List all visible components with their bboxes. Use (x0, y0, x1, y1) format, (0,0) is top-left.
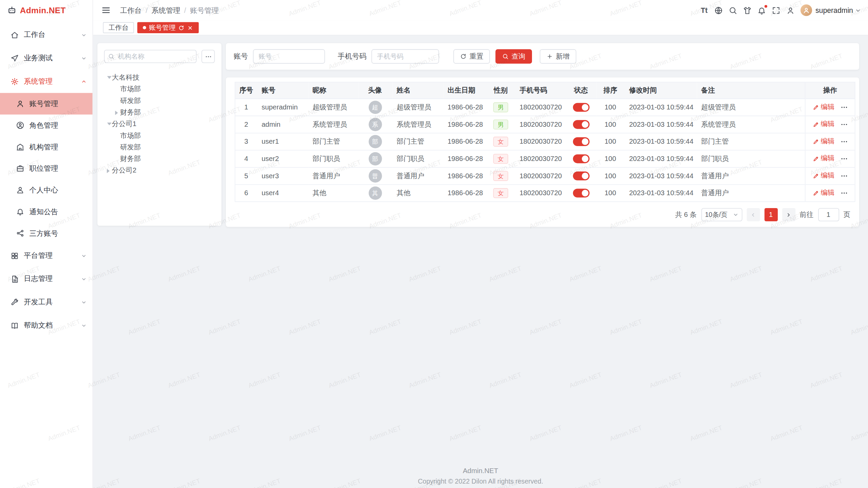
caret-icon[interactable] (104, 74, 112, 82)
sidebar-item-workbench[interactable]: 工作台 (0, 23, 93, 47)
cell-nickname: 其他 (308, 184, 358, 202)
sidebar-item-notice[interactable]: 通知公告 (0, 201, 93, 223)
language-icon[interactable] (711, 3, 726, 17)
user-icon[interactable] (783, 3, 797, 17)
user-menu[interactable]: superadmin (798, 4, 862, 16)
org-search-box (104, 50, 197, 63)
sidebar-item-log-management[interactable]: 日志管理 (0, 267, 93, 291)
avatar (801, 4, 812, 16)
more-actions-button[interactable] (840, 155, 848, 163)
add-button[interactable]: 新增 (540, 49, 576, 63)
caret-icon[interactable] (112, 109, 120, 117)
cell-order: 100 (596, 184, 625, 202)
account-input[interactable] (253, 49, 325, 63)
caret-icon[interactable] (112, 85, 120, 93)
status-toggle[interactable] (573, 189, 589, 198)
sidebar-item-platform-management[interactable]: 平台管理 (0, 244, 93, 267)
breadcrumb-item[interactable]: 系统管理 (152, 5, 180, 15)
font-size-icon[interactable]: Tt (697, 3, 711, 17)
sidebar-item-dev-tools[interactable]: 开发工具 (0, 290, 93, 314)
col-modified-time: 修改时间 (625, 82, 696, 99)
caret-icon[interactable] (112, 132, 120, 140)
cell-modified-time: 2023-01-03 10:59:44 (625, 167, 696, 185)
tree-node[interactable]: 市场部 (104, 130, 215, 142)
tree-node[interactable]: 财务部 (104, 107, 215, 118)
fullscreen-icon[interactable] (769, 3, 783, 17)
collapse-menu-button[interactable] (99, 3, 113, 17)
sidebar-item-third-party-account[interactable]: 三方账号 (0, 222, 93, 244)
more-actions-button[interactable] (840, 138, 848, 145)
caret-icon[interactable] (112, 144, 120, 151)
sidebar-item-personal-center[interactable]: 个人中心 (0, 179, 93, 201)
org-more-button[interactable] (201, 50, 215, 63)
more-actions-button[interactable] (840, 103, 848, 111)
status-toggle[interactable] (573, 120, 589, 129)
cell-index: 2 (235, 116, 257, 133)
search-icon (108, 53, 115, 60)
tree-node[interactable]: 市场部 (104, 84, 215, 95)
more-actions-button[interactable] (840, 189, 848, 197)
organization-icon (16, 143, 24, 151)
edit-button[interactable]: 编辑 (812, 120, 834, 129)
close-tab-icon[interactable] (187, 25, 193, 31)
sidebar-item-role-management[interactable]: 角色管理 (0, 115, 93, 136)
notification-icon[interactable] (754, 3, 769, 17)
cell-order: 100 (596, 99, 625, 116)
refresh-tab-icon[interactable] (178, 25, 184, 31)
username: superadmin (815, 6, 853, 14)
tab-account-management[interactable]: 账号管理 (137, 22, 199, 33)
caret-icon[interactable] (104, 167, 112, 175)
cell-index: 6 (235, 184, 257, 202)
caret-icon[interactable] (112, 97, 120, 105)
search-icon[interactable] (726, 3, 740, 17)
cell-birthday: 1986-06-28 (443, 99, 486, 116)
tree-node[interactable]: 财务部 (104, 153, 215, 165)
goto-page-input[interactable] (818, 208, 839, 221)
tab-workbench[interactable]: 工作台 (103, 22, 134, 33)
edit-button[interactable]: 编辑 (812, 154, 834, 163)
table-row: 3 user1 部门主管 部 部门主管 1986-06-28 女 1802003… (235, 133, 855, 150)
status-toggle[interactable] (573, 137, 589, 146)
tree-node[interactable]: 研发部 (104, 142, 215, 153)
col-avatar: 头像 (358, 82, 392, 99)
org-tree-panel: 大名科技 市场部 研发部 (97, 43, 221, 226)
role-icon (16, 121, 24, 129)
edit-button[interactable]: 编辑 (812, 137, 834, 146)
phone-input[interactable] (372, 49, 439, 63)
reset-button[interactable]: 重置 (453, 49, 490, 63)
status-toggle[interactable] (573, 171, 589, 180)
breadcrumb-item[interactable]: 工作台 (120, 5, 142, 15)
caret-icon[interactable] (104, 120, 112, 128)
cell-birthday: 1986-06-28 (443, 184, 486, 202)
status-toggle[interactable] (573, 103, 589, 112)
bell-icon (16, 207, 24, 216)
sidebar-item-system-management[interactable]: 系统管理 (0, 70, 93, 93)
more-actions-button[interactable] (840, 121, 848, 128)
sidebar-item-account-management[interactable]: 账号管理 (0, 93, 93, 115)
next-page-button[interactable] (782, 208, 795, 221)
prev-page-button[interactable] (747, 208, 760, 221)
grid-icon (11, 251, 19, 260)
page-size-select[interactable]: 10条/页 (701, 208, 742, 221)
tree-node[interactable]: 大名科技 (104, 72, 215, 83)
search-button[interactable]: 查询 (495, 49, 532, 63)
theme-icon[interactable] (740, 3, 754, 17)
caret-icon[interactable] (112, 155, 120, 163)
tree-node[interactable]: 研发部 (104, 95, 215, 107)
sidebar-item-position-management[interactable]: 职位管理 (0, 158, 93, 179)
cell-index: 3 (235, 133, 257, 150)
tree-node[interactable]: 分公司2 (104, 165, 215, 177)
sidebar-item-business-test[interactable]: 业务测试 (0, 46, 93, 70)
current-page-button[interactable]: 1 (764, 208, 777, 221)
tree-node[interactable]: 分公司1 (104, 118, 215, 130)
sidebar-item-org-management[interactable]: 机构管理 (0, 136, 93, 158)
org-search-input[interactable] (104, 50, 197, 63)
edit-button[interactable]: 编辑 (812, 171, 834, 181)
edit-button[interactable]: 编辑 (812, 188, 834, 198)
sidebar-item-help-docs[interactable]: 帮助文档 (0, 314, 93, 337)
status-toggle[interactable] (573, 155, 589, 163)
more-actions-button[interactable] (840, 172, 848, 180)
top-header: 工作台 / 系统管理 / 账号管理 Tt superadmin (93, 0, 868, 20)
edit-button[interactable]: 编辑 (812, 102, 834, 112)
col-name: 姓名 (392, 82, 443, 99)
